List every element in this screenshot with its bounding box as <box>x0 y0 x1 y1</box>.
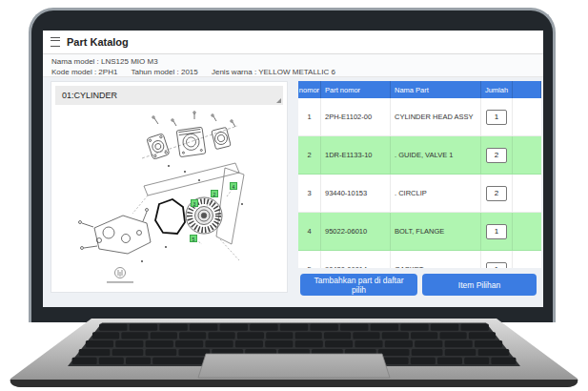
cell-action <box>513 213 541 250</box>
app-bar: Part Katalog <box>43 31 543 53</box>
diagram-callout-marker[interactable]: 2 <box>211 190 218 197</box>
parts-table-header: nomor Part nomor Nama Part Jumlah <box>298 81 541 98</box>
parts-diagram-drawing <box>51 109 289 292</box>
parts-table-body: 12PH-E1102-00CYLINDER HEAD ASSY21DR-E113… <box>298 98 541 268</box>
table-row[interactable]: 495022-06010BOLT, FLANGE <box>298 213 541 251</box>
cell-nama-part: BOLT, FLANGE <box>391 213 481 250</box>
tahun-model: Tahun model : 2015 <box>131 68 197 76</box>
main-content: 01:CYLINDER <box>43 77 543 307</box>
model-info-line2: Kode model : 2PH1 Tahun model : 2015 Jen… <box>51 67 543 77</box>
cell-jumlah <box>481 251 513 268</box>
col-nomor: nomor <box>298 81 321 98</box>
col-part-nomor: Part nomor <box>321 81 391 98</box>
laptop-base <box>0 315 588 391</box>
diagram-callout-marker[interactable]: 5 <box>190 235 197 242</box>
cell-action <box>513 251 541 268</box>
jenis-warna: Jenis warna : YELLOW METALLIC 6 <box>212 68 335 76</box>
diagram-callout-marker[interactable]: 4 <box>230 182 237 190</box>
qty-input[interactable] <box>486 186 507 201</box>
parts-table: nomor Part nomor Nama Part Jumlah 12PH-E… <box>298 81 541 268</box>
table-row[interactable]: 393440-10153. CIRCLIP <box>298 175 541 213</box>
cell-part-nomor: 1DR-E1133-10 <box>321 136 391 174</box>
model-info-line1: Nama model : LNS125 MIO M3 <box>51 56 543 67</box>
cell-part-nomor: 95022-06010 <box>321 213 391 250</box>
app-title: Part Katalog <box>67 36 129 48</box>
model-info-bar: Nama model : LNS125 MIO M3 Kode model : … <box>43 53 543 77</box>
cell-nama-part: . CIRCLIP <box>391 175 481 212</box>
cell-nomor: 1 <box>298 98 321 135</box>
kode-model: Kode model : 2PH1 <box>51 68 117 76</box>
qty-input[interactable] <box>486 110 507 125</box>
cell-jumlah <box>481 98 513 135</box>
cell-action <box>513 136 541 174</box>
section-dropdown-value: 01:CYLINDER <box>62 91 117 100</box>
cell-nomor: 3 <box>298 175 321 212</box>
cell-nomor: 5 <box>298 251 321 268</box>
cell-nama-part: CYLINDER HEAD ASSY <box>391 98 481 135</box>
table-row[interactable]: 12PH-E1102-00CYLINDER HEAD ASSY <box>298 98 541 136</box>
cell-action <box>513 98 541 135</box>
laptop-lid: Part Katalog Nama model : LNS125 MIO M3 … <box>29 8 556 322</box>
qty-input[interactable] <box>486 148 507 163</box>
section-dropdown[interactable]: 01:CYLINDER <box>55 86 283 105</box>
cell-part-nomor: 93440-10153 <box>321 175 391 212</box>
cell-jumlah <box>481 136 513 174</box>
cell-nama-part: GASKET <box>391 251 481 268</box>
table-row[interactable]: 21DR-E1133-10. GUIDE, VALVE 1 <box>298 136 541 175</box>
app-screen: Part Katalog Nama model : LNS125 MIO M3 … <box>43 31 543 307</box>
trackpad <box>198 354 390 378</box>
table-row[interactable]: 590430-06014GASKET <box>298 251 541 268</box>
dropdown-corner-icon <box>276 98 281 103</box>
cell-jumlah <box>481 213 513 250</box>
col-jumlah: Jumlah <box>481 81 513 98</box>
selected-items-button[interactable]: Item Pilihan <box>422 274 537 296</box>
cell-nomor: 4 <box>298 213 321 250</box>
col-nama-part: Nama Part <box>391 81 481 98</box>
exploded-parts-diagram: 4235 <box>51 109 287 292</box>
cell-jumlah <box>481 175 513 212</box>
base-bottom-rim <box>0 380 588 389</box>
qty-input[interactable] <box>486 262 507 269</box>
add-parts-button[interactable]: Tambahkan part di daftar pilih <box>300 274 417 296</box>
hamburger-menu-icon[interactable] <box>51 37 60 47</box>
cell-nama-part: . GUIDE, VALVE 1 <box>391 136 481 174</box>
diagram-panel: 01:CYLINDER <box>51 81 288 293</box>
diagram-callout-marker[interactable]: 3 <box>191 199 198 207</box>
cell-part-nomor: 2PH-E1102-00 <box>321 98 391 135</box>
col-action <box>513 81 541 98</box>
cell-action <box>513 175 541 212</box>
cell-part-nomor: 90430-06014 <box>321 251 391 268</box>
qty-input[interactable] <box>486 224 507 239</box>
cell-nomor: 2 <box>298 136 321 174</box>
